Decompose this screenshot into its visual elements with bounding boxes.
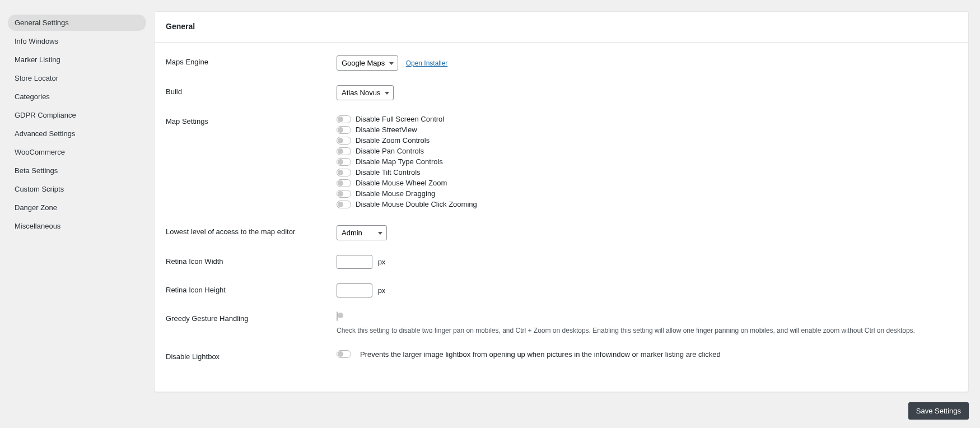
sidebar-item-advanced-settings[interactable]: Advanced Settings	[8, 125, 146, 142]
sidebar-item-label: General Settings	[15, 18, 69, 27]
toggle-label: Disable Zoom Controls	[356, 136, 430, 145]
label-access-level: Lowest level of access to the map editor	[166, 225, 337, 236]
sidebar-item-label: Info Windows	[15, 37, 58, 45]
sidebar-item-label: GDPR Compliance	[15, 111, 76, 119]
sidebar-item-gdpr-compliance[interactable]: GDPR Compliance	[8, 107, 146, 123]
sidebar-item-marker-listing[interactable]: Marker Listing	[8, 52, 146, 68]
sidebar-item-danger-zone[interactable]: Danger Zone	[8, 199, 146, 216]
sidebar-item-woocommerce[interactable]: WooCommerce	[8, 144, 146, 160]
row-greedy-gesture: Greedy Gesture Handling Check this setti…	[166, 305, 957, 343]
unit-suffix: px	[378, 286, 386, 295]
page-footer: Save Settings	[0, 392, 980, 428]
row-retina-width: Retina Icon Width px	[166, 248, 957, 276]
sidebar-item-store-locator[interactable]: Store Locator	[8, 70, 146, 86]
toggle-label: Disable Pan Controls	[356, 147, 424, 155]
toggle-label: Disable Mouse Wheel Zoom	[356, 179, 447, 187]
toggle-greedy-gesture[interactable]	[337, 311, 338, 321]
toggle-disable-mouse-wheel-zoom[interactable]	[337, 179, 351, 187]
toggle-label: Disable Mouse Double Click Zooming	[356, 200, 477, 208]
toggle-disable-map-type-controls[interactable]	[337, 158, 351, 166]
row-build: Build Atlas Novus	[166, 78, 957, 108]
sidebar-item-label: Beta Settings	[15, 166, 58, 175]
sidebar-item-label: Miscellaneous	[15, 222, 60, 230]
row-map-settings: Map Settings Disable Full Screen Control…	[166, 108, 957, 218]
label-retina-height: Retina Icon Height	[166, 283, 337, 294]
maps-engine-select[interactable]: Google Maps	[337, 55, 398, 71]
toggle-disable-streetview[interactable]	[337, 126, 351, 134]
toggle-label: Disable Tilt Controls	[356, 168, 421, 176]
unit-suffix: px	[378, 258, 386, 266]
sidebar-item-label: Advanced Settings	[15, 129, 75, 138]
toggle-disable-tilt-controls[interactable]	[337, 169, 351, 176]
save-settings-button[interactable]: Save Settings	[908, 402, 969, 420]
row-access-level: Lowest level of access to the map editor…	[166, 218, 957, 248]
label-greedy-gesture: Greedy Gesture Handling	[166, 312, 337, 323]
sidebar-item-label: Custom Scripts	[15, 185, 64, 193]
sidebar-item-custom-scripts[interactable]: Custom Scripts	[8, 181, 146, 197]
sidebar-item-beta-settings[interactable]: Beta Settings	[8, 162, 146, 179]
toggle-disable-mouse-double-click-zooming[interactable]	[337, 201, 351, 208]
toggle-disable-mouse-dragging[interactable]	[337, 190, 351, 198]
sidebar-item-label: Store Locator	[15, 74, 58, 82]
helper-greedy-gesture: Check this setting to disable two finger…	[337, 326, 957, 336]
access-level-select[interactable]: Admin	[337, 225, 387, 240]
label-maps-engine: Maps Engine	[166, 55, 337, 66]
settings-sidebar: General Settings Info Windows Marker Lis…	[0, 11, 154, 392]
settings-panel: General Maps Engine Google Maps Open Ins…	[154, 11, 969, 392]
sidebar-item-categories[interactable]: Categories	[8, 89, 146, 105]
retina-width-input[interactable]	[337, 255, 372, 269]
sidebar-item-general-settings[interactable]: General Settings	[8, 15, 146, 31]
label-retina-width: Retina Icon Width	[166, 255, 337, 266]
sidebar-item-info-windows[interactable]: Info Windows	[8, 33, 146, 49]
row-maps-engine: Maps Engine Google Maps Open Installer	[166, 48, 957, 78]
row-retina-height: Retina Icon Height px	[166, 276, 957, 305]
toggle-disable-full-screen-control[interactable]	[337, 115, 351, 123]
label-map-settings: Map Settings	[166, 115, 337, 125]
toggle-disable-zoom-controls[interactable]	[337, 137, 351, 145]
label-build: Build	[166, 85, 337, 96]
desc-disable-lightbox: Prevents the larger image lightbox from …	[360, 350, 721, 359]
toggle-label: Disable Mouse Dragging	[356, 189, 435, 198]
sidebar-item-label: Categories	[15, 92, 50, 101]
sidebar-item-label: Marker Listing	[15, 55, 60, 64]
toggle-label: Disable Full Screen Control	[356, 115, 444, 123]
toggle-label: Disable StreetView	[356, 125, 417, 134]
retina-height-input[interactable]	[337, 283, 372, 297]
label-disable-lightbox: Disable Lightbox	[166, 350, 337, 361]
build-select[interactable]: Atlas Novus	[337, 85, 394, 100]
row-disable-lightbox: Disable Lightbox Prevents the larger ima…	[166, 343, 957, 368]
toggle-disable-lightbox[interactable]	[337, 350, 351, 358]
toggle-label: Disable Map Type Controls	[356, 157, 443, 166]
sidebar-item-miscellaneous[interactable]: Miscellaneous	[8, 218, 146, 234]
open-installer-link[interactable]: Open Installer	[406, 59, 448, 67]
sidebar-item-label: WooCommerce	[15, 148, 65, 156]
panel-title: General	[155, 12, 968, 43]
toggle-disable-pan-controls[interactable]	[337, 147, 351, 155]
sidebar-item-label: Danger Zone	[15, 203, 57, 212]
